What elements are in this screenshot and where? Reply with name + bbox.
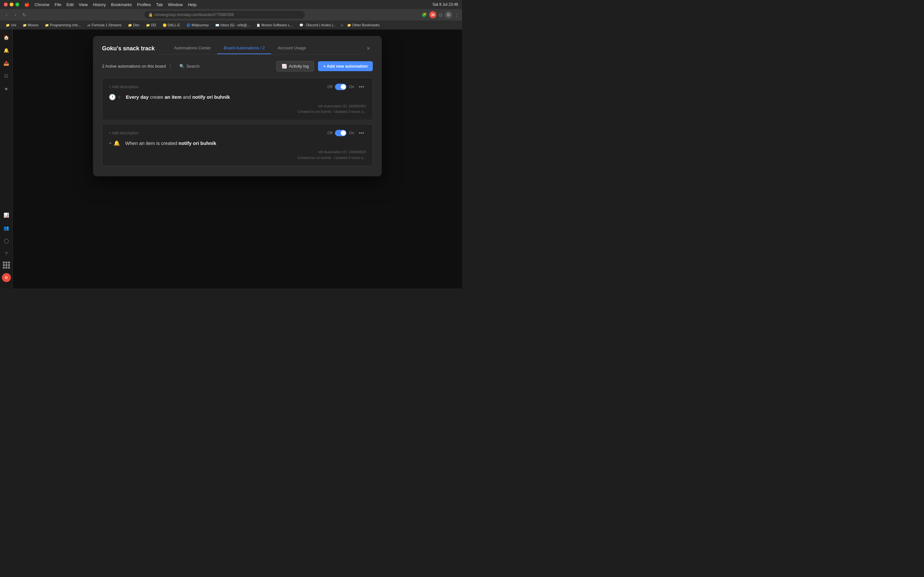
bookmark-label: DD [151, 23, 156, 27]
user-avatar[interactable]: O [2, 273, 11, 282]
modal-tabs: Automations Center Board Automations / 2… [158, 42, 367, 55]
modal-overlay: Goku's snack track Automations Center Bo… [13, 29, 462, 288]
sidebar-question-icon[interactable]: ? [2, 249, 11, 258]
bookmark-programming[interactable]: 📁 Programming che... [42, 23, 83, 27]
menu-apple[interactable]: 🍎 [24, 2, 29, 7]
sidebar-inbox-icon[interactable]: 📥 [2, 58, 11, 68]
activity-log-button[interactable]: 📈 Activity log [276, 61, 314, 71]
automation-text-1: Every day create an item and notify ori … [126, 93, 230, 101]
site-icon: 💬 [299, 23, 303, 27]
menu-file[interactable]: File [55, 2, 61, 7]
sidebar-circle-icon[interactable]: ◯ [2, 236, 11, 245]
tab-automations-center[interactable]: Automations Center [168, 42, 217, 54]
bookmark-other[interactable]: 📁 Other Bookmarks [344, 23, 383, 27]
bookmark-label: DALL-E [168, 23, 180, 27]
url-text: moveogroup.monday.com/boards/4775080356 [154, 13, 234, 17]
tab-board-automations[interactable]: Board Automations / 2 [217, 42, 271, 54]
bookmark-label: Moveo Software L... [262, 23, 293, 27]
bookmark-inbox[interactable]: ✉️ Inbox (5) - orib@... [213, 23, 252, 27]
forward-button[interactable]: › [12, 11, 19, 18]
automation-toolbar: 2 Active automations on this board | 🔍 S… [102, 61, 373, 71]
sidebar-checklist-icon[interactable]: ☑ [2, 71, 11, 81]
folder-icon: 📁 [146, 23, 150, 27]
bookmark-f1[interactable]: 🏎 Formula 1 Streams [85, 23, 124, 27]
menu-chrome[interactable]: Chrome [35, 2, 49, 7]
bookmark-dalle[interactable]: 🟡 DALL-E [160, 23, 183, 27]
modal-header: Goku's snack track Automations Center Bo… [93, 36, 382, 55]
site-icon: 🌀 [186, 23, 190, 27]
sidebar-apps-icon[interactable] [3, 261, 10, 269]
bookmark-dd[interactable]: 📁 DD [144, 23, 159, 27]
back-button[interactable]: ‹ [3, 11, 10, 18]
add-automation-button[interactable]: + Add new automation [318, 61, 373, 71]
sidebar-toggle-icon[interactable]: ⊡ [439, 13, 443, 17]
bookmark-dev[interactable]: 📁 Dev [126, 23, 142, 27]
search-button[interactable]: 🔍 Search [175, 62, 204, 71]
card-content-2: + 🔔 When an item is created notify ori b… [109, 140, 366, 147]
bookmark-moveo-software[interactable]: 📋 Moveo Software L... [254, 23, 296, 27]
tab-account-usage[interactable]: Account Usage [271, 42, 312, 54]
sidebar-home-icon[interactable]: 🏠 [2, 33, 11, 42]
menu-profiles[interactable]: Profiles [137, 2, 151, 7]
bookmark-uni[interactable]: 📁 Uni [3, 23, 19, 27]
chrome-menu-icon[interactable]: ⋮ [455, 13, 459, 17]
card-more-button-1[interactable]: ••• [357, 83, 366, 90]
menu-help[interactable]: Help [188, 2, 197, 7]
bookmark-label: Uni [11, 23, 16, 27]
browser-toolbar: ‹ › ↻ 🔒 moveogroup.monday.com/boards/477… [0, 9, 462, 21]
site-icon: 📋 [256, 23, 260, 27]
code-icon-1: </> [318, 104, 323, 108]
minimize-traffic-light[interactable] [10, 3, 13, 6]
menu-view[interactable]: View [79, 2, 88, 7]
bookmark-label: Dev [133, 23, 140, 27]
bookmark-midjourney[interactable]: 🌀 Midjourney [184, 23, 212, 27]
add-description-1[interactable]: + Add description [109, 85, 138, 89]
extensions-icon[interactable]: 🧩 [422, 13, 427, 17]
address-bar[interactable]: 🔒 moveogroup.monday.com/boards/477508035… [144, 11, 305, 19]
menu-edit[interactable]: Edit [66, 2, 73, 7]
bookmark-label: Midjourney [192, 23, 209, 27]
titlebar: 🍎 Chrome File Edit View History Bookmark… [0, 0, 462, 9]
card-icons-2: + 🔔 [109, 140, 120, 146]
menu-bookmarks[interactable]: Bookmarks [111, 2, 132, 7]
refresh-button[interactable]: ↻ [21, 11, 27, 18]
modal-close-button[interactable]: × [364, 44, 373, 53]
sidebar-people-icon[interactable]: 👥 [2, 223, 11, 233]
automation-id-1: Automation ID: 199656991 [324, 104, 366, 108]
toggle-slider-1 [335, 84, 347, 90]
auto1-text2: and [183, 94, 192, 100]
bookmark-site-icon: 🏎 [87, 23, 90, 27]
bookmark-discord[interactable]: 💬 · Discord | #rules |... [297, 23, 338, 27]
toolbar-divider: | [170, 63, 171, 69]
fullscreen-traffic-light[interactable] [15, 3, 19, 6]
menu-tab[interactable]: Tab [156, 2, 163, 7]
bookmark-label: Inbox (5) - orib@... [220, 23, 250, 27]
toggle-2[interactable] [335, 130, 347, 136]
bookmark-label: Other Bookmarks [352, 23, 380, 27]
sidebar-chart-icon[interactable]: 📊 [2, 210, 11, 220]
profile-icon[interactable]: 36 [429, 11, 436, 18]
card-more-button-2[interactable]: ••• [357, 129, 366, 137]
auto1-keyword2: an item [165, 94, 182, 100]
add-automation-label: + Add new automation [323, 64, 368, 69]
plus-icon-2: + [109, 140, 111, 146]
auto1-keyword3: notify ori buhnik [192, 94, 230, 100]
auto2-text1: When an item is created [125, 140, 178, 146]
clock-icon: 🕐 [109, 93, 116, 101]
sidebar-star-icon[interactable]: ★ [2, 84, 11, 93]
toggle-off-label-1: Off [327, 85, 333, 89]
profile-switcher-icon[interactable]: O [445, 11, 452, 18]
add-description-2[interactable]: + Add description [109, 131, 138, 135]
menu-window[interactable]: Window [168, 2, 183, 7]
close-traffic-light[interactable] [4, 3, 8, 6]
plus-icon: + [118, 94, 121, 100]
sidebar-bell-icon[interactable]: 🔔 [2, 45, 11, 55]
traffic-lights [4, 3, 19, 6]
menu-history[interactable]: History [93, 2, 106, 7]
bookmarks-more[interactable]: » [341, 23, 343, 27]
card-controls-1: Off On ••• [327, 83, 366, 90]
bookmark-moveo[interactable]: 📁 Moveo [20, 23, 41, 27]
browser-toolbar-icons: 🧩 36 ⊡ O ⋮ [422, 11, 459, 18]
site-icon: ✉️ [215, 23, 219, 27]
toggle-1[interactable] [335, 84, 347, 90]
